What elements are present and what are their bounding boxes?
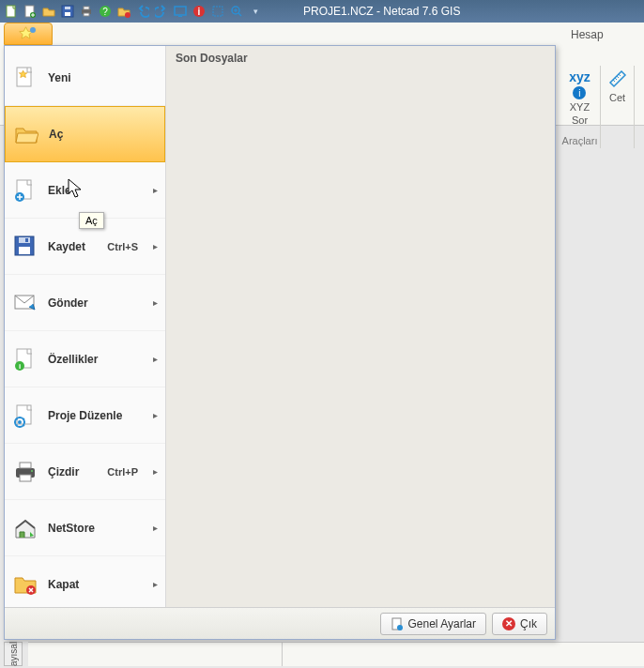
svg-point-11 [125,12,130,18]
qat-info-icon[interactable]: i [192,4,207,19]
button-label: Genel Ayarlar [408,617,477,630]
save-icon [12,234,38,260]
svg-rect-4 [65,12,70,16]
menu-item-kapat[interactable]: Kapat ▸ [5,556,165,607]
recent-files-panel: Son Dosyalar [166,46,555,607]
svg-rect-0 [7,6,15,17]
chevron-right-icon: ▸ [153,466,158,477]
svg-text:i: i [198,7,201,17]
menu-shortcut: Ctrl+S [107,241,138,252]
ribbon-group-cet: Cet [601,66,635,148]
exit-icon: ✕ [502,617,515,630]
qat-redo-icon[interactable] [154,4,169,19]
menu-item-ozellikler[interactable]: i Özellikler ▸ [5,331,165,387]
svg-rect-7 [84,7,89,9]
cik-button[interactable]: ✕ Çık [492,613,547,635]
app-menu-panel: Yeni Aç Ekle ▸ Kaydet Ctrl+S ▸ Gönder ▸ [4,45,556,640]
svg-rect-19 [17,68,31,86]
svg-rect-16 [213,7,222,16]
send-icon [12,290,38,316]
ribbon-group-xyz: xyz i XYZ Sor Araçları [560,66,601,148]
menu-label: Özellikler [48,353,144,366]
menu-item-ekle[interactable]: Ekle ▸ [5,162,165,219]
chevron-right-icon: ▸ [153,241,158,251]
menu-label: Kaydet [48,240,98,253]
menu-label: Yeni [48,71,158,84]
svg-rect-12 [175,7,186,15]
chevron-right-icon: ▸ [153,185,158,195]
menu-item-ac[interactable]: Aç [5,106,165,162]
menu-column: Yeni Aç Ekle ▸ Kaydet Ctrl+S ▸ Gönder ▸ [5,46,166,607]
xyz-label: XYZ [570,101,590,113]
recent-files-header: Son Dosyalar [166,46,555,70]
open-folder-icon [13,121,39,147]
app-menu-button[interactable] [4,23,53,45]
close-folder-icon [12,571,38,598]
properties-icon: i [12,346,38,372]
qat-zoom-icon[interactable] [229,4,244,19]
add-file-icon [12,177,38,204]
qat-add-icon[interactable] [23,4,38,19]
qat-help-icon[interactable]: ? [98,4,113,19]
svg-point-32 [18,420,22,424]
menu-label: Aç [49,128,157,141]
svg-rect-24 [19,237,30,243]
svg-rect-25 [25,238,28,242]
menu-item-yeni[interactable]: Yeni [5,50,165,106]
svg-rect-34 [20,463,31,468]
chevron-right-icon: ▸ [153,354,158,364]
qat-close-icon[interactable] [116,4,131,19]
svg-point-39 [397,625,403,630]
ribbon-tab-hesap[interactable]: Hesap [563,26,611,43]
settings-file-icon [391,617,404,630]
svg-rect-23 [19,247,30,254]
side-tab-sayisal[interactable]: ayısal [4,642,23,666]
menu-item-gonder[interactable]: Gönder ▸ [5,275,165,331]
svg-rect-35 [20,475,31,481]
menu-label: Proje Düzenle [48,409,144,422]
qat-new-icon[interactable] [4,4,19,19]
menu-label: Çizdir [48,465,98,478]
xyz-icon[interactable]: xyz [569,69,590,84]
group-label-araclari: Araçları [562,135,598,146]
chevron-right-icon: ▸ [153,297,158,308]
new-file-icon [12,65,38,91]
qat-undo-icon[interactable] [135,4,150,19]
chevron-right-icon: ▸ [153,523,158,533]
qat-screen-icon[interactable] [173,4,188,19]
print-icon [12,459,38,485]
bottom-panel [28,642,644,666]
svg-rect-13 [178,16,182,17]
window-title: PROJE1.NCZ - Netcad 7.6 GIS [303,5,460,18]
svg-rect-5 [65,7,70,9]
menu-label: Ekle [48,184,144,197]
cet-label: Cet [609,92,625,103]
title-bar: ? i ▾ PROJE1.NCZ - Netcad 7.6 GIS [0,0,644,23]
chevron-right-icon: ▸ [153,410,158,420]
genel-ayarlar-button[interactable]: Genel Ayarlar [380,613,487,635]
menu-footer: Genel Ayarlar ✕ Çık [5,607,555,639]
menu-shortcut: Ctrl+P [107,466,138,478]
ruler-icon[interactable] [608,69,627,88]
qat-select-icon[interactable] [210,4,225,19]
menu-label: NetStore [48,522,144,535]
svg-text:?: ? [102,7,108,17]
edit-project-icon [12,402,38,429]
menu-item-cizdir[interactable]: Çizdir Ctrl+P ▸ [5,444,165,500]
menu-label: Kapat [48,578,144,591]
menu-label: Gönder [48,296,144,310]
chevron-right-icon: ▸ [153,579,158,589]
netstore-icon [12,515,38,541]
svg-text:i: i [19,362,21,371]
qat-dropdown-icon[interactable]: ▾ [248,4,263,19]
menu-item-proje-duzenle[interactable]: Proje Düzenle ▸ [5,387,165,444]
qat-save-icon[interactable] [60,4,75,19]
sor-label: Sor [572,114,588,126]
svg-point-18 [30,27,36,33]
qat-open-icon[interactable] [41,4,56,19]
tooltip-ac: Aç [79,212,104,229]
button-label: Çık [520,617,537,630]
qat-print-icon[interactable] [79,4,94,19]
info-icon[interactable]: i [573,86,586,99]
menu-item-netstore[interactable]: NetStore ▸ [5,500,165,556]
